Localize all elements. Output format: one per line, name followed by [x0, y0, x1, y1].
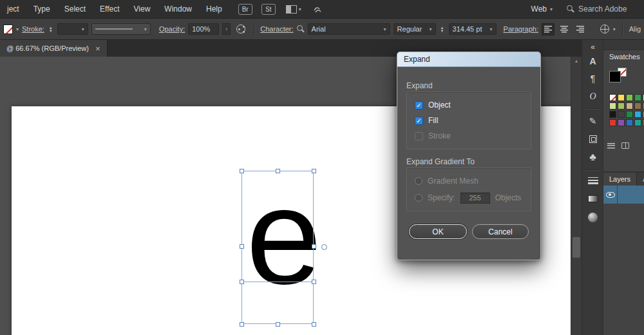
layer-visibility-toggle[interactable] [603, 186, 618, 204]
paragraph-panel-icon[interactable]: ¶ [582, 73, 603, 84]
stroke-checkbox[interactable] [415, 132, 423, 140]
ok-button[interactable]: OK [409, 224, 467, 239]
layer-row-selected[interactable] [603, 186, 644, 204]
workspace-switcher[interactable]: Web ▾ [531, 5, 553, 14]
gradient-panel-icon[interactable] [582, 193, 603, 204]
scroll-up-icon[interactable]: ▴ [571, 58, 582, 64]
tab-artboards-partial[interactable]: A [637, 173, 644, 186]
chevron-down-icon[interactable]: ▾ [16, 26, 19, 32]
stock-icon[interactable]: St [261, 4, 276, 15]
align-panel-label[interactable]: Alig [629, 25, 641, 33]
object-checkbox[interactable]: ✓ [415, 101, 423, 110]
brushes-panel-icon[interactable]: ✎ [582, 115, 603, 127]
arrange-documents-icon [286, 5, 297, 14]
swatch[interactable] [609, 102, 616, 110]
align-left-button[interactable] [542, 23, 554, 35]
swatch[interactable] [609, 119, 616, 126]
selection-handle[interactable] [312, 169, 316, 173]
align-right-button[interactable] [574, 23, 587, 35]
transparency-panel-icon[interactable] [582, 211, 603, 223]
swatch[interactable] [626, 94, 633, 101]
cancel-button[interactable]: Cancel [472, 224, 529, 239]
chevron-down-icon[interactable]: ▾ [613, 26, 616, 32]
swatch[interactable] [626, 111, 633, 118]
selection-handle[interactable] [312, 280, 316, 284]
document-tab[interactable]: @ 66.67% (RGB/Preview) × [0, 40, 108, 57]
selection-handle[interactable] [240, 169, 244, 173]
swatch-libraries-icon[interactable] [621, 142, 629, 149]
swatch[interactable] [609, 94, 616, 101]
step-down-icon[interactable]: ▾ [441, 29, 444, 32]
gradient-mesh-radio[interactable] [415, 177, 422, 185]
selection-handle[interactable] [240, 280, 244, 284]
character-panel-icon[interactable]: A [582, 55, 603, 67]
close-icon[interactable]: × [95, 44, 100, 53]
font-size-stepper[interactable]: ▴ ▾ [439, 26, 446, 32]
menu-item[interactable]: Effect [93, 5, 126, 14]
character-panel-link[interactable]: Character: [260, 25, 293, 33]
stroke-panel-link[interactable]: Stroke: [22, 25, 44, 33]
selection-handle[interactable] [240, 244, 244, 249]
font-size-dropdown[interactable]: 314.45 pt ▾ [449, 23, 497, 35]
specify-radio[interactable] [415, 194, 422, 202]
bridge-icon[interactable]: Br [238, 4, 252, 15]
align-center-button[interactable] [558, 23, 571, 35]
selection-handle[interactable] [312, 244, 316, 249]
stroke-width-stepper[interactable]: ▴ ▾ [48, 26, 54, 32]
specify-objects-field[interactable]: 255 [460, 193, 490, 204]
scrollbar-thumb[interactable] [573, 237, 580, 258]
menu-item[interactable]: View [127, 5, 158, 14]
menu-item[interactable]: Select [57, 5, 93, 14]
selection-handle[interactable] [240, 322, 244, 327]
fill-label: Fill [428, 116, 438, 125]
font-style-dropdown[interactable]: Regular ▾ [393, 23, 436, 35]
selection-bounding-box[interactable] [242, 171, 314, 324]
expand-dock-icon[interactable]: « [582, 41, 603, 53]
fill-checkbox[interactable]: ✓ [415, 117, 423, 125]
opacity-panel-link[interactable]: Opacity: [159, 25, 185, 33]
menu-item[interactable]: Window [157, 5, 199, 14]
font-search-icon[interactable] [297, 25, 305, 33]
selection-handle[interactable] [276, 169, 280, 173]
fill-color-swatch[interactable] [3, 24, 13, 34]
share-waves-icon[interactable] [313, 5, 325, 14]
search-field[interactable]: Search Adobe [567, 5, 644, 14]
dialog-title-bar[interactable]: Expand [397, 52, 540, 67]
swatch[interactable] [618, 119, 625, 126]
swatch[interactable] [618, 111, 625, 118]
swatch[interactable] [634, 102, 641, 110]
menu-item[interactable]: ject [0, 5, 26, 14]
graphic-styles-icon[interactable] [236, 24, 245, 34]
document-setup-icon[interactable] [600, 24, 609, 34]
step-down-icon[interactable]: ▾ [50, 29, 52, 32]
fill-proxy-swatch[interactable] [609, 71, 621, 82]
tab-layers[interactable]: Layers [603, 173, 637, 186]
opentype-panel-icon[interactable]: O [582, 91, 603, 102]
swatch[interactable] [634, 94, 641, 101]
stroke-width-dropdown[interactable]: ▾ [57, 23, 88, 35]
menu-item[interactable]: Type [26, 5, 57, 14]
swatch[interactable] [634, 111, 641, 118]
swatch[interactable] [618, 94, 625, 101]
font-family-dropdown[interactable]: Arial ▾ [308, 23, 390, 35]
width-profile-dropdown[interactable]: ▾ [91, 23, 151, 35]
swatch[interactable] [626, 119, 633, 126]
swatch-list-view-icon[interactable] [607, 143, 615, 149]
artboards-panel-icon[interactable] [582, 133, 603, 145]
symbols-panel-icon[interactable]: ♣ [582, 151, 603, 163]
selection-handle[interactable] [312, 322, 316, 327]
swatch[interactable] [634, 119, 641, 126]
selection-handle[interactable] [276, 322, 280, 327]
arrange-documents-button[interactable]: ▾ [286, 5, 301, 14]
tab-swatches[interactable]: Swatches [603, 50, 644, 63]
stroke-panel-icon[interactable] [582, 175, 603, 186]
swatch[interactable] [626, 102, 633, 110]
vertical-scrollbar[interactable]: ▴ [571, 57, 582, 335]
selection-side-handle[interactable] [321, 244, 327, 250]
swatch[interactable] [618, 102, 625, 110]
opacity-more-button[interactable]: › [222, 23, 231, 35]
swatch[interactable] [609, 111, 616, 118]
menu-item[interactable]: Help [199, 5, 229, 14]
paragraph-panel-link[interactable]: Paragraph: [504, 25, 538, 33]
opacity-dropdown[interactable]: 100% [188, 23, 219, 35]
